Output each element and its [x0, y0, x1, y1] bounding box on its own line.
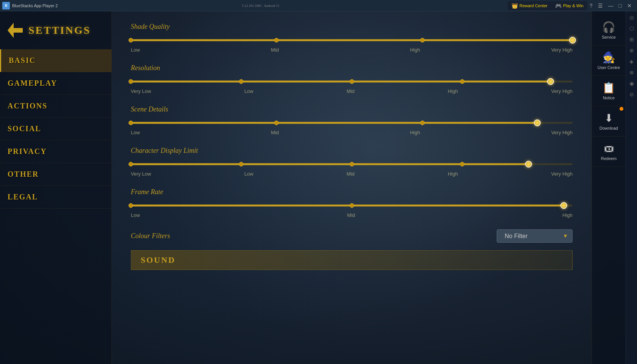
colour-filter-label: Colour Filters [131, 232, 170, 240]
help-button[interactable]: ? [587, 2, 595, 9]
strip-icon-7[interactable]: ◉ [629, 80, 634, 87]
titlebar-nav: ? ☰ — □ ✕ [587, 2, 634, 9]
shade-quality-labels: Low Mid High Very High [131, 47, 573, 53]
slider-pip [350, 162, 354, 166]
sidebar: SETTINGS BASIC GAMEPLAY ACTIONS SOCIAL P… [0, 11, 112, 364]
slider-pip [239, 162, 243, 166]
shade-quality-slider[interactable] [131, 36, 573, 44]
slider-pip [129, 79, 133, 84]
main-container: SETTINGS BASIC GAMEPLAY ACTIONS SOCIAL P… [0, 11, 637, 364]
download-button[interactable]: ⬇ Download [592, 106, 626, 136]
right-strip: ◎ ⬡ ⊞ ⊕ ◈ ⊗ ◉ ⊘ [626, 11, 637, 364]
slider-pip [129, 162, 133, 166]
redeem-icon: 🎟 [604, 142, 614, 155]
colour-filter-select[interactable]: No Filter Warm Cool Sepia High Contrast [497, 229, 573, 243]
download-notification-dot [620, 107, 623, 111]
user-centre-label: User Centre [598, 65, 620, 70]
shade-quality-label: Shade Quality [131, 23, 573, 31]
play-win-button[interactable]: 🎮 Play & Win [551, 1, 587, 10]
sidebar-item-gameplay[interactable]: GAMEPLAY [0, 72, 111, 95]
resolution-slider[interactable] [131, 78, 573, 85]
slider-pip [239, 79, 243, 84]
slider-fill [131, 39, 573, 41]
restore-button[interactable]: □ [617, 2, 624, 9]
service-button[interactable]: 🎧 Service [592, 15, 626, 46]
user-centre-button[interactable]: 🧙 User Centre [592, 46, 626, 76]
notice-label: Notice [603, 96, 615, 100]
content-area: Shade Quality Low Mid High Very High Res… [112, 11, 592, 364]
slider-handle[interactable] [560, 202, 567, 209]
strip-icon-5[interactable]: ◈ [629, 58, 634, 65]
char-display-slider[interactable] [131, 160, 573, 168]
service-icon: 🎧 [602, 21, 615, 33]
slider-fill [131, 122, 537, 124]
colour-filter-row: Colour Filters No Filter Warm Cool Sepia… [131, 229, 573, 243]
sidebar-item-privacy[interactable]: PRIVACY [0, 140, 111, 163]
app-icon: B [2, 2, 10, 9]
slider-pip [350, 79, 354, 84]
slider-handle[interactable] [534, 119, 541, 126]
sidebar-item-actions[interactable]: ACTIONS [0, 95, 111, 118]
slider-pip [129, 203, 133, 208]
slider-pip [420, 38, 425, 42]
sidebar-item-social[interactable]: SOCIAL [0, 118, 111, 140]
redeem-label: Redeem [601, 156, 617, 161]
titlebar: B BlueStacks App Player 2 5.12.101.1002 … [0, 0, 637, 11]
settings-title: SETTINGS [28, 24, 91, 36]
scene-details-group: Scene Details Low Mid High Very High [131, 105, 573, 135]
scene-details-slider[interactable] [131, 119, 573, 127]
slider-pip [274, 38, 279, 42]
sidebar-item-other[interactable]: OTHER [0, 163, 111, 186]
download-label: Download [599, 126, 618, 130]
frame-rate-slider[interactable] [131, 202, 573, 209]
sidebar-item-basic[interactable]: BASIC [0, 49, 111, 72]
char-display-group: Character Display Limit Very Low Low Mid… [131, 147, 573, 177]
slider-handle[interactable] [547, 78, 554, 85]
right-panel: 🎧 Service 🧙 User Centre 📋 Notice ⬇ Downl… [592, 11, 626, 364]
close-button[interactable]: ✕ [625, 2, 634, 9]
reward-center-button[interactable]: 👑 Reward Center [508, 1, 551, 10]
sound-section-header: SOUND [131, 250, 573, 270]
app-name: BlueStacks App Player 2 [12, 3, 240, 8]
slider-pip [460, 162, 464, 166]
frame-rate-labels: Low Mid High [131, 212, 573, 218]
strip-icon-6[interactable]: ⊗ [629, 69, 634, 76]
strip-icon-2[interactable]: ⬡ [629, 25, 634, 32]
notice-button[interactable]: 📋 Notice [592, 76, 626, 106]
download-icon: ⬇ [604, 112, 613, 124]
shade-quality-group: Shade Quality Low Mid High Very High [131, 23, 573, 53]
slider-pip [274, 121, 279, 125]
resolution-labels: Very Low Low Mid High Very High [131, 88, 573, 94]
titlebar-actions: 👑 Reward Center 🎮 Play & Win [508, 1, 587, 10]
menu-button[interactable]: ☰ [596, 2, 605, 9]
slider-handle[interactable] [525, 161, 532, 168]
sidebar-item-legal[interactable]: LEGAL [0, 186, 111, 209]
slider-pip [460, 79, 464, 84]
char-display-labels: Very Low Low Mid High Very High [131, 171, 573, 177]
colour-filter-wrapper: No Filter Warm Cool Sepia High Contrast … [497, 229, 573, 243]
strip-icon-1[interactable]: ◎ [629, 14, 634, 21]
slider-pip [350, 203, 354, 208]
slider-fill [131, 163, 529, 165]
slider-pip [129, 38, 133, 42]
app-version: 5.12.101.1002 · Android 11 [242, 4, 279, 8]
frame-rate-group: Frame Rate Low Mid High [131, 188, 573, 218]
resolution-label: Resolution [131, 64, 573, 72]
slider-fill [131, 81, 551, 83]
user-centre-icon: 🧙 [602, 51, 615, 64]
slider-pip [129, 121, 133, 125]
char-display-label: Character Display Limit [131, 147, 573, 155]
scene-details-label: Scene Details [131, 105, 573, 113]
strip-icon-3[interactable]: ⊞ [629, 36, 634, 43]
slider-handle[interactable] [569, 37, 576, 44]
back-arrow-icon[interactable] [8, 23, 23, 38]
strip-icon-8[interactable]: ⊘ [629, 91, 634, 98]
slider-fill [131, 205, 564, 207]
settings-header: SETTINGS [0, 19, 111, 49]
minimize-button[interactable]: — [606, 2, 616, 9]
service-label: Service [602, 35, 616, 39]
scene-details-labels: Low Mid High Very High [131, 130, 573, 135]
redeem-button[interactable]: 🎟 Redeem [592, 136, 626, 167]
strip-icon-4[interactable]: ⊕ [629, 47, 634, 54]
resolution-group: Resolution Very Low Low Mid High Very Hi… [131, 64, 573, 94]
